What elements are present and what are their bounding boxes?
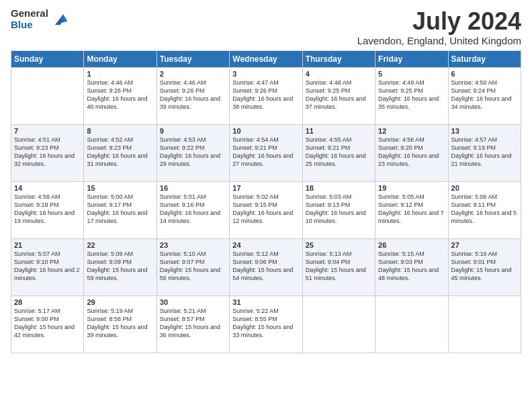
day-header-wednesday: Wednesday [230,50,302,67]
day-number: 28 [14,298,81,306]
calendar-cell: 4Sunrise: 4:48 AMSunset: 9:25 PMDaylight… [302,67,375,124]
day-number: 9 [160,127,226,135]
calendar-cell: 2Sunrise: 4:46 AMSunset: 9:26 PMDaylight… [157,67,229,124]
calendar-week-row: 14Sunrise: 4:58 AMSunset: 9:18 PMDayligh… [11,181,521,238]
calendar-cell: 8Sunrise: 4:52 AMSunset: 9:23 PMDaylight… [84,124,157,181]
calendar-cell: 21Sunrise: 5:07 AMSunset: 9:10 PMDayligh… [11,238,84,295]
cell-content: Sunrise: 4:51 AMSunset: 9:23 PMDaylight:… [14,136,81,169]
day-number: 30 [160,298,226,306]
calendar-cell [11,67,84,124]
month-title: July 2024 [357,8,521,35]
day-header-monday: Monday [84,50,157,67]
cell-content: Sunrise: 5:03 AMSunset: 9:13 PMDaylight:… [306,193,372,226]
cell-content: Sunrise: 5:15 AMSunset: 9:03 PMDaylight:… [378,250,445,283]
calendar-cell: 24Sunrise: 5:12 AMSunset: 9:06 PMDayligh… [230,238,302,295]
calendar-cell: 9Sunrise: 4:53 AMSunset: 9:22 PMDaylight… [157,124,229,181]
day-number: 1 [87,70,153,78]
calendar-cell [448,295,521,353]
cell-content: Sunrise: 4:56 AMSunset: 9:20 PMDaylight:… [378,136,445,169]
day-number: 8 [87,127,153,135]
calendar-page: General Blue July 2024 Lavendon, England… [0,0,532,411]
cell-content: Sunrise: 4:46 AMSunset: 9:26 PMDaylight:… [87,79,153,111]
day-number: 21 [14,241,81,249]
cell-content: Sunrise: 5:13 AMSunset: 9:04 PMDaylight:… [306,250,372,283]
calendar-cell: 28Sunrise: 5:17 AMSunset: 9:00 PMDayligh… [11,295,84,353]
day-number: 20 [451,184,518,192]
cell-content: Sunrise: 4:52 AMSunset: 9:23 PMDaylight:… [87,136,153,169]
calendar-cell: 5Sunrise: 4:49 AMSunset: 9:25 PMDaylight… [375,67,448,124]
day-number: 15 [87,184,153,192]
cell-content: Sunrise: 4:48 AMSunset: 9:25 PMDaylight:… [306,79,372,111]
day-number: 13 [451,127,518,135]
day-number: 16 [160,184,226,192]
cell-content: Sunrise: 4:50 AMSunset: 9:24 PMDaylight:… [451,79,518,111]
cell-content: Sunrise: 4:57 AMSunset: 9:19 PMDaylight:… [451,136,518,169]
calendar-cell: 23Sunrise: 5:10 AMSunset: 9:07 PMDayligh… [157,238,229,295]
calendar-week-row: 21Sunrise: 5:07 AMSunset: 9:10 PMDayligh… [11,238,521,295]
calendar-cell: 19Sunrise: 5:05 AMSunset: 9:12 PMDayligh… [375,181,448,238]
cell-content: Sunrise: 5:01 AMSunset: 9:16 PMDaylight:… [160,193,226,226]
calendar-week-row: 7Sunrise: 4:51 AMSunset: 9:23 PMDaylight… [11,124,521,181]
day-number: 25 [306,241,372,249]
day-number: 6 [451,70,518,78]
day-number: 18 [306,184,372,192]
cell-content: Sunrise: 4:55 AMSunset: 9:21 PMDaylight:… [306,136,372,169]
logo-icon [52,11,69,28]
cell-content: Sunrise: 4:53 AMSunset: 9:22 PMDaylight:… [160,136,226,169]
cell-content: Sunrise: 5:09 AMSunset: 9:09 PMDaylight:… [87,250,153,283]
calendar-week-row: 1Sunrise: 4:46 AMSunset: 9:26 PMDaylight… [11,67,521,124]
day-number: 26 [378,241,445,249]
calendar-cell: 27Sunrise: 5:16 AMSunset: 9:01 PMDayligh… [448,238,521,295]
cell-content: Sunrise: 5:19 AMSunset: 8:58 PMDaylight:… [87,307,153,340]
calendar-cell: 1Sunrise: 4:46 AMSunset: 9:26 PMDaylight… [84,67,157,124]
calendar-cell: 6Sunrise: 4:50 AMSunset: 9:24 PMDaylight… [448,67,521,124]
cell-content: Sunrise: 5:22 AMSunset: 8:55 PMDaylight:… [232,307,299,340]
cell-content: Sunrise: 5:07 AMSunset: 9:10 PMDaylight:… [14,250,81,283]
location-title: Lavendon, England, United Kingdom [357,35,521,46]
cell-content: Sunrise: 4:49 AMSunset: 9:25 PMDaylight:… [378,79,445,111]
calendar-cell: 18Sunrise: 5:03 AMSunset: 9:13 PMDayligh… [302,181,375,238]
day-number: 4 [306,70,372,78]
day-number: 19 [378,184,445,192]
calendar-cell: 7Sunrise: 4:51 AMSunset: 9:23 PMDaylight… [11,124,84,181]
day-header-friday: Friday [375,50,448,67]
day-number: 17 [232,184,299,192]
cell-content: Sunrise: 5:17 AMSunset: 9:00 PMDaylight:… [14,307,81,340]
cell-content: Sunrise: 5:16 AMSunset: 9:01 PMDaylight:… [451,250,518,283]
day-header-sunday: Sunday [11,50,84,67]
cell-content: Sunrise: 5:06 AMSunset: 9:11 PMDaylight:… [451,193,518,226]
calendar-cell: 14Sunrise: 4:58 AMSunset: 9:18 PMDayligh… [11,181,84,238]
day-number: 5 [378,70,445,78]
title-block: July 2024 Lavendon, England, United King… [357,8,521,46]
calendar-cell: 30Sunrise: 5:21 AMSunset: 8:57 PMDayligh… [157,295,229,353]
cell-content: Sunrise: 5:00 AMSunset: 9:17 PMDaylight:… [87,193,153,226]
page-header: General Blue July 2024 Lavendon, England… [11,8,521,46]
day-number: 10 [232,127,299,135]
cell-content: Sunrise: 4:46 AMSunset: 9:26 PMDaylight:… [160,79,226,111]
day-number: 27 [451,241,518,249]
day-number: 24 [232,241,299,249]
day-number: 7 [14,127,81,135]
calendar-cell: 25Sunrise: 5:13 AMSunset: 9:04 PMDayligh… [302,238,375,295]
calendar-cell: 13Sunrise: 4:57 AMSunset: 9:19 PMDayligh… [448,124,521,181]
calendar-cell: 10Sunrise: 4:54 AMSunset: 9:21 PMDayligh… [230,124,302,181]
day-number: 12 [378,127,445,135]
cell-content: Sunrise: 5:21 AMSunset: 8:57 PMDaylight:… [160,307,226,340]
logo: General Blue [11,8,69,30]
day-number: 3 [232,70,299,78]
calendar-cell: 11Sunrise: 4:55 AMSunset: 9:21 PMDayligh… [302,124,375,181]
logo-general: General [11,8,48,19]
calendar-header-row: SundayMondayTuesdayWednesdayThursdayFrid… [11,50,521,67]
calendar-cell [375,295,448,353]
calendar-cell: 31Sunrise: 5:22 AMSunset: 8:55 PMDayligh… [230,295,302,353]
calendar-cell: 16Sunrise: 5:01 AMSunset: 9:16 PMDayligh… [157,181,229,238]
calendar-cell: 17Sunrise: 5:02 AMSunset: 9:15 PMDayligh… [230,181,302,238]
cell-content: Sunrise: 5:05 AMSunset: 9:12 PMDaylight:… [378,193,445,226]
cell-content: Sunrise: 4:47 AMSunset: 9:26 PMDaylight:… [232,79,299,111]
cell-content: Sunrise: 4:58 AMSunset: 9:18 PMDaylight:… [14,193,81,226]
calendar-cell: 20Sunrise: 5:06 AMSunset: 9:11 PMDayligh… [448,181,521,238]
cell-content: Sunrise: 5:10 AMSunset: 9:07 PMDaylight:… [160,250,226,283]
day-number: 31 [232,298,299,306]
calendar-week-row: 28Sunrise: 5:17 AMSunset: 9:00 PMDayligh… [11,295,521,353]
logo-blue: Blue [11,19,48,31]
